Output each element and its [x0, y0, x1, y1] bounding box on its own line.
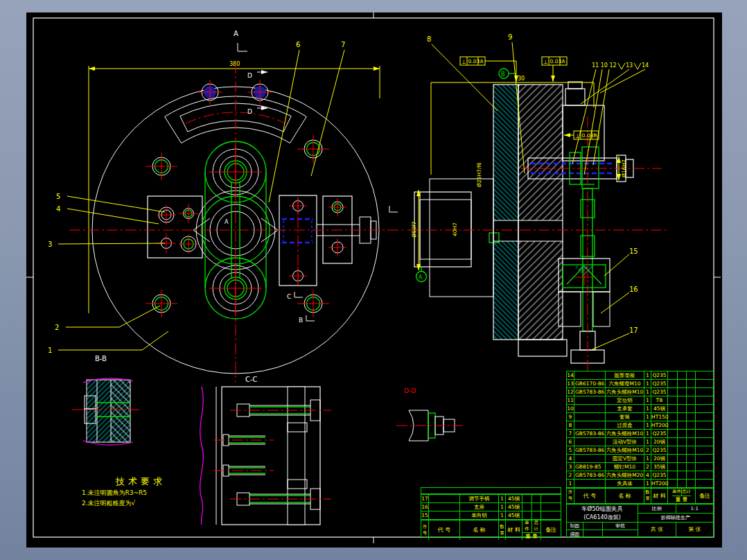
parts-table-main-header: 序号 代 号 名 称 数量 材 料 单件 总计 重 量 备注: [566, 487, 714, 504]
part-qty: 1: [644, 396, 651, 404]
part-note: [696, 471, 714, 479]
part-unit-weight: [668, 455, 678, 462]
part-no: 12: [567, 388, 574, 396]
part-no: 17: [421, 495, 429, 502]
dd-detail-view: D-D: [396, 387, 463, 441]
table-row: 16 支座 1 45钢: [421, 503, 561, 511]
part-total-weight: [678, 430, 687, 437]
table-row: 13 GB6170-86 六角螺母M10 1 Q235: [567, 380, 713, 388]
callout-9: 9: [508, 33, 512, 41]
part-total-weight: [678, 396, 687, 404]
part-qty: 1: [499, 503, 506, 511]
part-total-weight: [678, 438, 687, 446]
part-qty: 1: [644, 380, 651, 387]
cad-viewport: 380 A D D: [0, 0, 747, 560]
header-weight: 重 量: [525, 533, 537, 540]
part-unit-weight: [522, 503, 532, 511]
part-note: [696, 430, 714, 437]
part-no: 11: [567, 396, 574, 404]
part-unit-weight: [668, 463, 678, 471]
part-unit-weight: [668, 471, 678, 479]
part-unit-weight: [668, 405, 678, 412]
part-unit-weight: [668, 421, 678, 429]
part-extra: [687, 471, 696, 479]
tol1-datum: A: [480, 58, 484, 64]
part-no: 4: [567, 455, 574, 462]
header-code: 代 号: [429, 520, 460, 540]
tech-req-title: 技术要求: [82, 475, 200, 488]
movable-vblock: [279, 195, 376, 286]
header-unit: 单件: [522, 520, 532, 532]
part-total-weight: [678, 463, 687, 471]
parts-table-ext-spacer: [421, 487, 561, 494]
part-qty: 1: [644, 371, 651, 379]
header-weight: 重 量: [676, 496, 687, 504]
tech-req-line1: 1.未注明圆角为R3~R5: [82, 488, 234, 498]
part-name: 活动V型块: [606, 438, 644, 446]
header-note: 备注: [541, 520, 561, 540]
part-code: [574, 371, 606, 379]
part-no: 14: [567, 371, 574, 379]
fixed-vblock-plate: [148, 196, 202, 258]
callout-2: 2: [55, 324, 59, 331]
batch-note: 阶梯轴批生产: [638, 514, 713, 523]
dim-inner: 40H7: [452, 222, 458, 236]
part-note: [696, 446, 714, 454]
part-no: 2: [567, 471, 574, 479]
tol3-datum: B: [594, 132, 597, 139]
part-material: Q235: [651, 446, 668, 454]
title-block: 车Ø50端面夹具 (CA6140改装) 制图 审核 描图 比例 1:1 阶梯轴批: [566, 504, 714, 537]
part-note: [541, 495, 561, 502]
part-unit-weight: [668, 371, 678, 379]
part-code: [574, 405, 606, 412]
part-name: 六角螺母M10: [606, 380, 644, 387]
part-qty: 1: [644, 413, 651, 421]
part-name: 六角头螺栓M10: [606, 388, 644, 396]
part-qty: 2: [644, 463, 651, 471]
part-qty: 1: [644, 438, 651, 446]
table-row: 17 调节手柄 1 45钢: [421, 495, 561, 503]
part-material: Q235: [651, 430, 668, 437]
part-unit-weight: [668, 388, 678, 396]
table-row: 2 GB5783-86 六角头螺栓M20 4 Q235: [567, 471, 713, 480]
tol3-value: 0.03: [582, 132, 594, 139]
section-view: 30 Ø50f7 40H7 Ø25H7/f6 Ø16H7 ⊥ 0.03 A: [407, 33, 667, 371]
part-name: 支座: [460, 503, 499, 511]
part-material: 35钢: [651, 463, 668, 471]
part-total-weight: [678, 405, 687, 412]
tolerance-frame-1: ⊥ 0.03 A: [460, 57, 516, 82]
part-material: 20钢: [651, 438, 668, 446]
part-no: 6: [567, 438, 574, 446]
header-note: 备注: [696, 488, 714, 503]
part-no: 16: [421, 503, 429, 511]
callout-3: 3: [48, 240, 52, 248]
part-unit-weight: [668, 380, 678, 387]
header-name: 名 称: [606, 488, 644, 503]
part-name: 六角头螺栓M20: [606, 471, 644, 479]
part-material: 45钢: [651, 405, 668, 412]
parts-table-ext-header: 序号 代 号 名 称 数量 材 料 单件 总计 重 量 备注: [421, 519, 561, 537]
part-unit-weight: [668, 438, 678, 446]
table-row: 9 套筒 1 HT150: [567, 413, 713, 421]
part-code: GB6170-86: [574, 380, 606, 387]
tol1-symbol: ⊥: [462, 59, 466, 65]
part-name: 调节手柄: [460, 495, 499, 502]
part-note: [696, 405, 714, 412]
table-row: 4 固定V型块 1 20钢: [567, 455, 713, 463]
dim-30: 30: [518, 76, 525, 82]
callout-13: 13: [626, 62, 633, 69]
part-material: HT200: [651, 421, 668, 429]
label-dd: D-D: [404, 387, 416, 394]
titleblock-check-value: [603, 530, 638, 538]
header-unit: 单件: [672, 488, 682, 496]
part-material: Q235: [651, 380, 668, 387]
part-qty: 1: [644, 455, 651, 462]
scale-value: 1:1: [676, 505, 714, 513]
part-note: [696, 421, 714, 429]
table-row: 10 支承套 1 45钢: [567, 405, 713, 413]
callout-14: 14: [642, 62, 649, 69]
callout-16: 16: [629, 286, 638, 293]
part-no: 7: [567, 430, 574, 437]
datum-a-label: A: [419, 274, 423, 281]
header-total: 总计: [532, 520, 541, 532]
